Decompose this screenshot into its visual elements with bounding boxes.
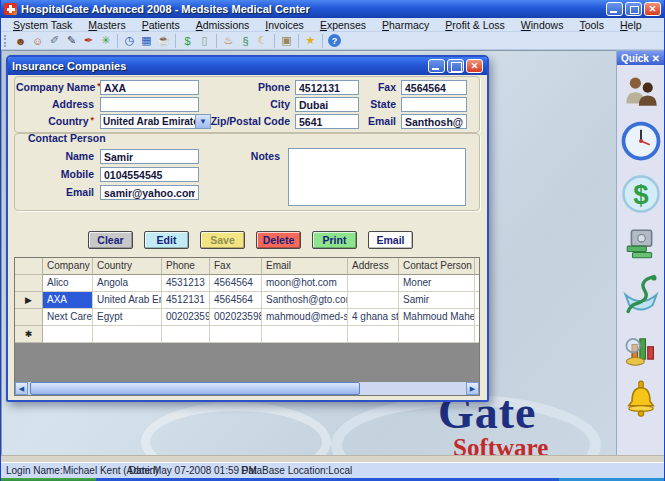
menu-item-help[interactable]: Help	[612, 19, 650, 31]
email-input[interactable]	[401, 114, 467, 129]
country-select[interactable]: United Arab Emirates ▼	[100, 114, 211, 129]
contact-mobile-input[interactable]	[100, 167, 199, 182]
records-icon[interactable]: ▦	[138, 33, 155, 49]
grid-cell[interactable]: 4564564	[210, 275, 262, 292]
grid-hscrollbar[interactable]: ◀▶	[15, 382, 479, 395]
night-shift-icon[interactable]: ☾	[254, 33, 271, 49]
row-selector[interactable]	[15, 309, 43, 326]
grid-cell[interactable]: 01	[475, 275, 480, 292]
address-input[interactable]	[100, 97, 199, 112]
grid-cell[interactable]: Moner	[399, 275, 475, 292]
row-selector[interactable]: ▶	[15, 292, 43, 309]
grid-cell[interactable]: 4512131	[162, 292, 210, 309]
menu-item-admissions[interactable]: Admissions	[188, 19, 258, 31]
pharmacy-snake-icon[interactable]: §	[237, 33, 254, 49]
grid-cell[interactable]	[348, 292, 399, 309]
dialog-maximize-icon[interactable]	[447, 59, 464, 73]
bell-icon[interactable]	[624, 380, 658, 418]
grid-cell[interactable]: Next Care	[43, 309, 93, 326]
notes-input[interactable]	[288, 148, 466, 206]
grid-cell[interactable]: Phone	[162, 258, 210, 275]
lab-icon[interactable]: ☕	[155, 33, 172, 49]
grid-cell[interactable]: 01	[475, 309, 480, 326]
grid-cell[interactable]: 4564564	[210, 292, 262, 309]
dialog-close-icon[interactable]: ✕	[466, 59, 483, 73]
grid-cell[interactable]	[399, 326, 475, 343]
grid-cell[interactable]: M	[475, 258, 480, 275]
grid-cell[interactable]: Santhosh@gto.com	[262, 292, 348, 309]
email-button[interactable]: Email	[368, 231, 413, 249]
help-icon[interactable]: ?	[328, 34, 341, 47]
grid-cell[interactable]	[348, 326, 399, 343]
scroll-track[interactable]	[28, 382, 466, 395]
appointments-clock-icon[interactable]: ◷	[121, 33, 138, 49]
cash-box-icon[interactable]	[624, 227, 658, 261]
company-name-input[interactable]	[100, 80, 199, 95]
grid-cell[interactable]	[210, 326, 262, 343]
table-row[interactable]: Next CareEgypt00202359855002023598554mah…	[15, 309, 479, 326]
grid-cell[interactable]	[43, 326, 93, 343]
new-row[interactable]: ✱	[15, 326, 479, 343]
table-row[interactable]: ▶AXAUnited Arab Emirates45121314564564Sa…	[15, 292, 479, 309]
expenses-icon[interactable]: ♨	[220, 33, 237, 49]
menu-item-patients[interactable]: Patients	[134, 19, 188, 31]
grid-cell[interactable]: Egypt	[93, 309, 162, 326]
grid-cell[interactable]: Company	[43, 258, 93, 275]
quick-close-icon[interactable]: ✕	[652, 53, 660, 64]
toolbar-grip[interactable]	[4, 35, 8, 47]
menu-item-profit-loss[interactable]: Profit & Loss	[437, 19, 513, 31]
grid-cell[interactable]: 00202359855	[162, 309, 210, 326]
tools-icon[interactable]: ✳	[97, 33, 114, 49]
grid-cell[interactable]: 4 ghana street	[348, 309, 399, 326]
scroll-left-icon[interactable]: ◀	[15, 382, 28, 395]
quick-panel-header[interactable]: Quick ✕	[617, 51, 664, 65]
grid-cell[interactable]	[93, 326, 162, 343]
clock-icon[interactable]	[621, 121, 661, 161]
row-selector[interactable]	[15, 275, 43, 292]
billing-dollar-icon[interactable]: $	[621, 174, 661, 214]
grid-cell[interactable]: Angola	[93, 275, 162, 292]
grid-cell[interactable]: 4531213	[162, 275, 210, 292]
menu-item-system-task[interactable]: System Task	[5, 19, 80, 31]
menu-item-expenses[interactable]: Expenses	[312, 19, 374, 31]
phone-input[interactable]	[295, 80, 359, 95]
receipt-icon[interactable]: ▯	[196, 33, 213, 49]
menu-item-invoices[interactable]: Invoices	[257, 19, 312, 31]
grid-cell[interactable]	[475, 326, 480, 343]
menu-item-pharmacy[interactable]: Pharmacy	[374, 19, 437, 31]
grid-cell[interactable]: Fax	[210, 258, 262, 275]
scroll-right-icon[interactable]: ▶	[466, 382, 479, 395]
grid-cell[interactable]: United Arab Emirates	[93, 292, 162, 309]
restore-icon[interactable]	[625, 2, 642, 16]
edit-button[interactable]: Edit	[144, 231, 189, 249]
grid-cell[interactable]: 01	[475, 292, 480, 309]
grid-cell[interactable]: Samir	[399, 292, 475, 309]
grid-cell[interactable]: AXA	[43, 292, 93, 309]
save-button[interactable]: Save	[200, 231, 245, 249]
patients-icon[interactable]	[623, 74, 659, 108]
grid-cell[interactable]: Email	[262, 258, 348, 275]
dialog-minimize-icon[interactable]	[428, 59, 445, 73]
grid-cell[interactable]	[262, 326, 348, 343]
print-button[interactable]: Print	[312, 231, 357, 249]
scroll-thumb[interactable]	[30, 382, 360, 395]
billing-dollar-icon[interactable]: $	[179, 33, 196, 49]
delete-button[interactable]: Delete	[256, 231, 301, 249]
table-row[interactable]: AlicoAngola45312134564564moon@hot.comMon…	[15, 275, 479, 292]
grid-cell[interactable]	[348, 275, 399, 292]
minimize-icon[interactable]	[606, 2, 623, 16]
favorites-star-icon[interactable]: ★	[302, 33, 319, 49]
fax-input[interactable]	[401, 80, 467, 95]
reports-icon[interactable]	[623, 331, 659, 367]
grid-cell[interactable]: 002023598554	[210, 309, 262, 326]
menu-item-tools[interactable]: Tools	[571, 19, 612, 31]
grid-cell[interactable]: moon@hot.com	[262, 275, 348, 292]
pharmacy-icon[interactable]	[620, 274, 662, 318]
contact-email-input[interactable]	[100, 185, 199, 200]
folder-icon[interactable]: ▣	[278, 33, 295, 49]
grid-cell[interactable]: Mahmoud Maher Emam	[399, 309, 475, 326]
dialog-titlebar[interactable]: Insurance Companies ✕	[8, 57, 487, 75]
needle-icon[interactable]: ✐	[46, 33, 63, 49]
grid-cell[interactable]: Address	[348, 258, 399, 275]
syringe-icon[interactable]: ✎	[63, 33, 80, 49]
